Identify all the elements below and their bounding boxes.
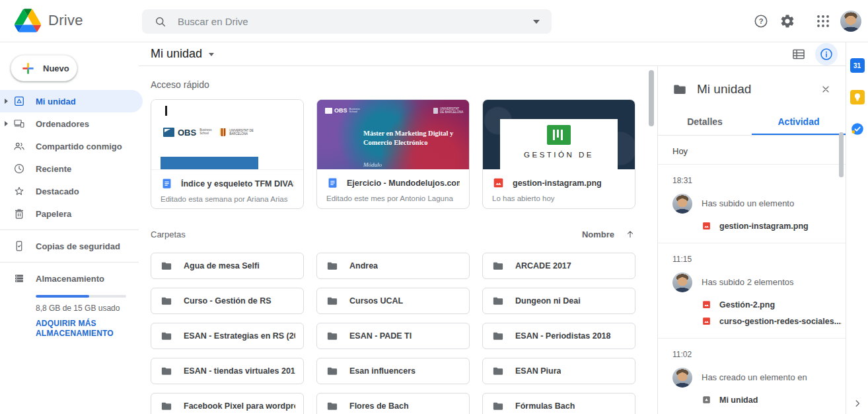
folder-icon (161, 260, 172, 272)
expand-arrow-icon[interactable] (5, 99, 11, 104)
activity-action: Has subido 2 elementos (702, 272, 793, 287)
folder-item[interactable]: Cursos UCAL (316, 288, 470, 314)
details-toggle-button[interactable] (815, 43, 838, 65)
main-scrollbar[interactable] (649, 70, 654, 126)
folder-item[interactable]: ESAN - Estrategias en RS (2018) (151, 323, 304, 349)
details-tabs: Detalles Actividad (658, 108, 846, 136)
starred-icon (13, 185, 25, 197)
folder-item[interactable]: ESAN - PADE TI (316, 323, 470, 349)
expand-arrow-icon[interactable] (5, 121, 11, 126)
folder-name: Esan influencers (349, 366, 416, 376)
sidebar-nav: Mi unidad Ordenadores Compartido conmigo… (0, 90, 139, 339)
close-icon[interactable] (820, 84, 831, 95)
folder-item[interactable]: Facebook Pixel para wordpress (151, 393, 304, 414)
user-avatar (672, 368, 692, 388)
folder-name: Facebook Pixel para wordpress (184, 401, 295, 411)
tab-actividad[interactable]: Actividad (752, 108, 846, 135)
sidebar-item-compartido[interactable]: Compartido conmigo (0, 135, 139, 157)
new-button[interactable]: Nuevo (11, 55, 77, 81)
page-title: Mi unidad (151, 47, 202, 61)
plus-icon (20, 60, 36, 77)
folder-icon (326, 260, 338, 272)
sidebar-item-papelera[interactable]: Papelera (0, 202, 139, 225)
collapse-panel-chevron-icon[interactable] (852, 398, 863, 409)
file-subtitle: Editado esta semana por Ariana Arias (161, 195, 294, 203)
sidebar-item-mi-unidad[interactable]: Mi unidad (0, 90, 143, 112)
folder-icon (161, 400, 172, 412)
folders-title: Carpetas (151, 229, 186, 239)
details-panel: Mi unidad Detalles Actividad Hoy 18:31 H… (657, 66, 846, 414)
search-icon[interactable] (154, 15, 167, 28)
folder-icon (326, 330, 338, 342)
folder-name: Flores de Bach (349, 401, 409, 411)
account-avatar[interactable] (840, 11, 861, 32)
folder-item[interactable]: ESAN Piura (482, 358, 635, 384)
activity-file-link[interactable]: Gestión-2.png (702, 300, 846, 310)
sidebar-item-reciente[interactable]: Reciente (0, 157, 139, 180)
drive-logo-icon (15, 9, 41, 32)
folder-item[interactable]: ESAN - Periodistas 2018 (482, 323, 635, 349)
keep-icon[interactable] (850, 90, 865, 104)
folder-name: Curso - Gestión de RS (184, 296, 271, 306)
folder-item[interactable]: Dungeon ni Deai (482, 288, 635, 314)
folder-item[interactable]: Esan influencers (316, 358, 470, 384)
activity-file-link[interactable]: curso-gestion-redes-sociales.... (702, 316, 846, 326)
folder-name: Andrea (349, 261, 378, 270)
sidebar-item-almacenamiento[interactable]: Almacenamiento (0, 267, 139, 290)
folder-icon (326, 365, 338, 377)
activity-location-link[interactable]: Mi unidad (702, 395, 846, 405)
thumb-brand: OBS (334, 107, 347, 114)
list-view-icon[interactable] (791, 47, 806, 62)
calendar-icon[interactable]: 31 (850, 58, 865, 73)
folder-name: ESAN - Estrategias en RS (2018) (184, 331, 295, 341)
sort-button[interactable]: Nombre (582, 229, 635, 239)
activity-entry: 18:31 Has subido un elemento gestion-ins… (658, 165, 846, 243)
image-file-icon (702, 221, 711, 231)
new-button-label: Nuevo (43, 63, 69, 73)
obs-logo-icon (325, 108, 332, 114)
file-title: gestion-instagram.png (513, 179, 626, 188)
folder-name: ESAN - tiendas virtuales 2018 (184, 366, 295, 376)
folder-item[interactable]: ARCADE 2017 (482, 253, 635, 279)
folder-name: Fórmulas Bach (515, 401, 575, 411)
buy-storage-link[interactable]: ADQUIRIR MÁS ALMACENAMIENTO (36, 319, 116, 339)
file-subtitle: Lo has abierto hoy (492, 194, 626, 202)
folder-item[interactable]: ESAN - tiendas virtuales 2018 (151, 358, 304, 384)
activity-file-link[interactable]: gestion-instagram.png (702, 221, 846, 231)
folder-item[interactable]: Fórmulas Bach (482, 393, 635, 414)
panel-scrollbar[interactable] (839, 132, 844, 177)
drive-home-link[interactable]: Drive (15, 9, 83, 32)
search-options-caret-icon[interactable] (533, 20, 540, 27)
apps-grid-icon[interactable] (815, 13, 831, 29)
sidebar-item-ordenadores[interactable]: Ordenadores (0, 112, 139, 135)
calendar-day-label: 31 (853, 62, 861, 69)
sidebar-item-copias-seguridad[interactable]: Copias de seguridad (0, 235, 139, 257)
google-doc-icon (326, 177, 339, 189)
details-panel-header: Mi unidad (658, 66, 846, 108)
sidebar-item-destacado[interactable]: Destacado (0, 180, 139, 202)
divider (0, 262, 139, 263)
activity-action: Has creado un elemento en (702, 368, 807, 382)
file-thumbnail: GESTIÓN DE (483, 100, 635, 169)
tasks-icon[interactable] (850, 122, 865, 136)
search-input[interactable]: Buscar en Drive (178, 16, 523, 27)
folder-name: Dungeon ni Deai (515, 296, 581, 306)
folder-item[interactable]: Flores de Bach (316, 393, 470, 414)
quick-access-card[interactable]: GESTIÓN DE gestion-instagram.png Lo has … (482, 99, 635, 209)
folder-item[interactable]: Agua de mesa Selfi (151, 253, 304, 279)
help-icon[interactable] (753, 13, 769, 29)
quick-access-card[interactable]: OBS Business School UNIVERSITAT DE BARCE… (316, 99, 470, 209)
sort-arrow-up-icon (625, 229, 635, 239)
folder-item[interactable]: Andrea (316, 253, 470, 279)
university-crest-icon (220, 128, 226, 136)
folder-item[interactable]: Curso - Gestión de RS (151, 288, 304, 314)
tab-detalles[interactable]: Detalles (658, 108, 752, 135)
settings-gear-icon[interactable] (779, 13, 795, 29)
storage-progress-fill (36, 295, 89, 298)
quick-access-card[interactable]: OBS Business School UNIVERSITAT DE BARCE… (151, 99, 304, 209)
user-avatar (672, 194, 692, 214)
file-thumbnail: OBS Business School UNIVERSITAT DE BARCE… (151, 100, 303, 170)
location-dropdown[interactable]: Mi unidad (151, 47, 214, 61)
search-bar[interactable]: Buscar en Drive (142, 9, 552, 34)
thumb-brand: OBS (178, 128, 196, 137)
